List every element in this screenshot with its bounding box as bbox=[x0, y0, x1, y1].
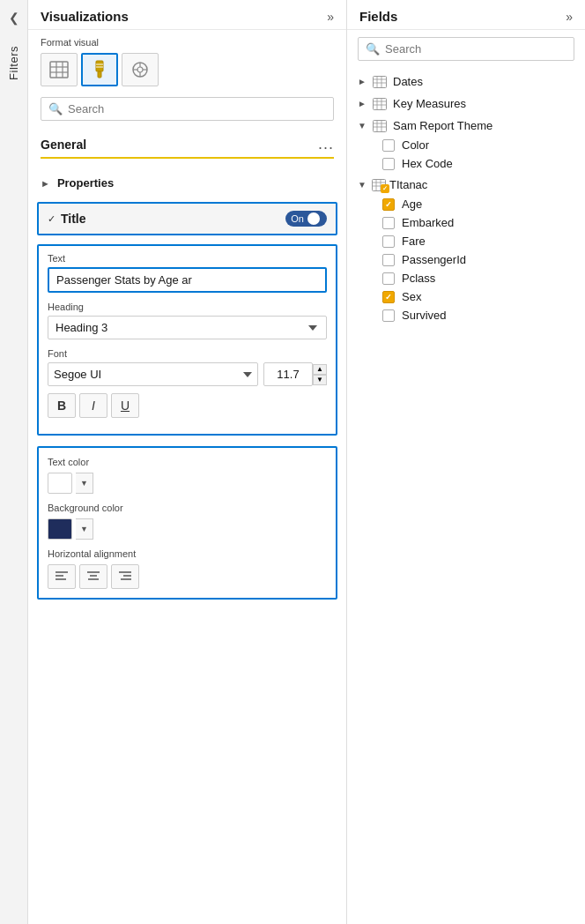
bold-button[interactable]: B bbox=[48, 393, 76, 418]
horiz-align-label: Horizontal alignment bbox=[48, 548, 327, 559]
text-color-dropdown-btn[interactable]: ▼ bbox=[76, 473, 93, 494]
list-item[interactable]: PassengerId bbox=[379, 250, 578, 269]
properties-row[interactable]: ► Properties bbox=[28, 169, 346, 197]
toggle-on-text: On bbox=[291, 213, 304, 224]
toggle-circle bbox=[307, 212, 320, 225]
list-item[interactable]: Color bbox=[379, 136, 578, 154]
color-section: Text color ▼ Background color ▼ Horizont… bbox=[37, 446, 337, 600]
tree-group-dates-header[interactable]: ► Dates bbox=[354, 71, 578, 92]
sex-checkbox[interactable] bbox=[382, 291, 395, 303]
fields-panel: Fields » 🔍 ► Dates ► Key Measures bbox=[347, 0, 585, 924]
text-field-label: Text bbox=[48, 253, 327, 264]
bg-color-row: Background color ▼ bbox=[48, 503, 327, 540]
title-toggle[interactable]: On bbox=[285, 211, 327, 227]
titanac-items: Age Embarked Fare PassengerId Pclass bbox=[354, 195, 578, 324]
tree-group-dates: ► Dates bbox=[354, 71, 578, 92]
align-left-btn[interactable] bbox=[48, 564, 76, 589]
dates-chevron-icon: ► bbox=[358, 77, 368, 86]
tree-group-key-measures-header[interactable]: ► Key Measures bbox=[354, 93, 578, 114]
color-checkbox[interactable] bbox=[382, 139, 395, 152]
tree-group-sam-report-header[interactable]: ▼ Sam Report Theme bbox=[354, 116, 578, 136]
age-checkbox[interactable] bbox=[382, 198, 395, 211]
format-visual-section: Format visual bbox=[28, 30, 346, 90]
general-header: General ... bbox=[41, 135, 334, 159]
italic-button[interactable]: I bbox=[79, 393, 107, 418]
format-paint-icon-btn[interactable] bbox=[81, 53, 118, 86]
fields-search-box[interactable]: 🔍 bbox=[358, 37, 574, 61]
titanac-table-icon: ✓ bbox=[372, 179, 386, 191]
fields-search-input[interactable] bbox=[385, 42, 566, 56]
viz-search-box[interactable]: 🔍 bbox=[41, 97, 334, 121]
font-size-arrows: ▲ ▼ bbox=[313, 364, 327, 385]
align-right-btn[interactable] bbox=[111, 564, 139, 589]
embarked-checkbox[interactable] bbox=[382, 217, 395, 229]
sam-report-items: Color Hex Code bbox=[354, 136, 578, 173]
viz-panel: Visualizations » Format visual bbox=[28, 0, 347, 924]
list-item[interactable]: Hex Code bbox=[379, 154, 578, 173]
svg-rect-6 bbox=[98, 71, 101, 78]
format-icons-row bbox=[41, 53, 334, 86]
tree-group-titanac-header[interactable]: ▼ ✓ TItanac bbox=[354, 175, 578, 195]
list-item[interactable]: Survived bbox=[379, 306, 578, 324]
viz-panel-expand-icon[interactable]: » bbox=[327, 10, 334, 24]
hex-code-checkbox[interactable] bbox=[382, 158, 395, 170]
title-text-input[interactable] bbox=[48, 267, 327, 293]
fields-search-icon: 🔍 bbox=[366, 42, 380, 56]
fields-panel-title: Fields bbox=[359, 9, 397, 24]
survived-checkbox[interactable] bbox=[382, 309, 395, 322]
filters-collapse-icon[interactable]: ❮ bbox=[9, 11, 19, 25]
embarked-label: Embarked bbox=[402, 216, 454, 229]
dates-label: Dates bbox=[393, 75, 423, 88]
svg-rect-29 bbox=[374, 98, 387, 109]
fields-panel-expand-icon[interactable]: » bbox=[566, 10, 573, 24]
general-more-icon[interactable]: ... bbox=[318, 135, 334, 153]
fields-panel-header: Fields » bbox=[347, 0, 585, 30]
sam-report-table-icon bbox=[372, 120, 388, 132]
format-table-icon-btn[interactable] bbox=[41, 53, 78, 86]
list-item[interactable]: Embarked bbox=[379, 213, 578, 232]
title-left: ✓ Title bbox=[48, 212, 86, 226]
title-fields: Text Heading Heading 3 Heading 1 Heading… bbox=[37, 244, 337, 436]
text-color-swatch[interactable] bbox=[48, 473, 72, 494]
list-item[interactable]: Age bbox=[379, 195, 578, 213]
titanac-check-badge: ✓ bbox=[381, 184, 389, 193]
fare-checkbox[interactable] bbox=[382, 235, 395, 248]
filters-sidebar: ❮ Filters bbox=[0, 0, 28, 924]
sam-report-chevron-icon: ▼ bbox=[358, 121, 368, 130]
pclass-checkbox[interactable] bbox=[382, 272, 395, 285]
font-row: Segoe UI Arial Calibri ▲ ▼ bbox=[48, 362, 327, 386]
titanac-label: TItanac bbox=[389, 178, 427, 191]
title-chevron-icon[interactable]: ✓ bbox=[48, 213, 56, 225]
tree-group-titanac: ▼ ✓ TItanac Age Embarked Fare bbox=[354, 175, 578, 324]
properties-chevron-icon: ► bbox=[41, 178, 50, 189]
svg-rect-5 bbox=[96, 61, 103, 71]
passengerid-label: PassengerId bbox=[402, 253, 466, 266]
bg-color-dropdown-btn[interactable]: ▼ bbox=[76, 518, 93, 540]
font-size-input[interactable] bbox=[263, 362, 313, 386]
viz-search-input[interactable] bbox=[68, 102, 326, 116]
list-item[interactable]: Fare bbox=[379, 232, 578, 250]
align-center-btn[interactable] bbox=[79, 564, 107, 589]
tree-group-key-measures: ► Key Measures bbox=[354, 93, 578, 114]
list-item[interactable]: Pclass bbox=[379, 269, 578, 287]
list-item[interactable]: Sex bbox=[379, 287, 578, 306]
align-row bbox=[48, 564, 327, 589]
svg-rect-0 bbox=[50, 62, 68, 78]
font-family-dropdown[interactable]: Segoe UI Arial Calibri bbox=[48, 362, 258, 386]
font-size-up-btn[interactable]: ▲ bbox=[313, 364, 327, 375]
passengerid-checkbox[interactable] bbox=[382, 254, 395, 266]
survived-label: Survived bbox=[402, 309, 447, 322]
fare-label: Fare bbox=[402, 235, 426, 248]
heading-dropdown[interactable]: Heading 3 Heading 1 Heading 2 Heading 4 bbox=[48, 316, 327, 339]
format-analytics-icon-btn[interactable] bbox=[122, 53, 159, 86]
key-measures-label: Key Measures bbox=[393, 97, 466, 110]
underline-button[interactable]: U bbox=[111, 393, 139, 418]
field-tree: ► Dates ► Key Measures ▼ bbox=[347, 68, 585, 924]
age-label: Age bbox=[402, 197, 422, 211]
svg-point-10 bbox=[137, 67, 143, 72]
bg-color-swatch[interactable] bbox=[48, 518, 72, 540]
dates-table-icon bbox=[372, 76, 388, 88]
viz-panel-title: Visualizations bbox=[41, 9, 129, 24]
font-size-down-btn[interactable]: ▼ bbox=[313, 375, 327, 385]
key-measures-table-icon bbox=[372, 98, 388, 110]
